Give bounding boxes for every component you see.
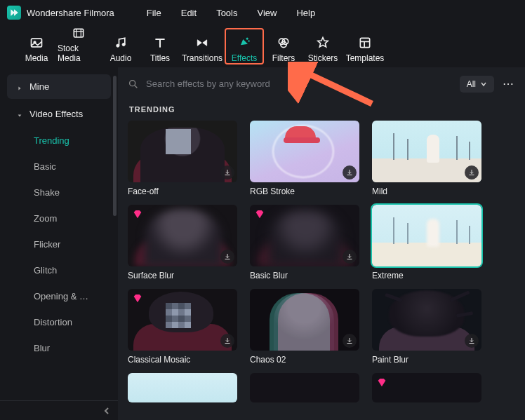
effect-thumbnail[interactable] (250, 121, 359, 182)
tab-effects[interactable]: Effects (225, 28, 264, 65)
chevron-left-icon (102, 407, 111, 415)
svg-rect-2 (74, 29, 83, 37)
sidebar-label: Video Effects (29, 109, 83, 119)
sidebar-section-mine[interactable]: Mine (7, 74, 111, 99)
premium-gem-icon (376, 377, 387, 388)
menu-bar: Wondershare Filmora File Edit Tools View… (0, 0, 525, 25)
svg-point-5 (246, 38, 248, 39)
tab-label: Transitions (182, 53, 222, 63)
sidebar-item-distortion[interactable]: Distortion (0, 309, 118, 335)
more-options-button[interactable]: ⋯ (501, 77, 515, 90)
download-icon[interactable] (465, 165, 479, 179)
sidebar-scrollbar[interactable] (113, 76, 117, 216)
premium-gem-icon (254, 209, 265, 220)
svg-point-3 (117, 44, 119, 47)
effect-thumbnail[interactable] (372, 205, 481, 266)
effect-card-face-off[interactable]: Face-off (128, 121, 237, 196)
media-icon (29, 35, 44, 50)
tab-label: Media (25, 53, 48, 63)
effect-card-chaos-02[interactable]: Chaos 02 (250, 289, 359, 365)
effect-thumbnail[interactable] (372, 289, 481, 351)
sidebar: Mine Video Effects Trending Basic Shake … (0, 67, 118, 420)
tab-stock-media[interactable]: Stock Media (56, 28, 101, 65)
effect-label: RGB Stroke (250, 187, 359, 196)
sidebar-item-shake[interactable]: Shake (0, 179, 118, 205)
effect-thumbnail[interactable] (128, 289, 237, 351)
effect-thumbnail[interactable] (250, 373, 359, 402)
filter-label: All (467, 79, 476, 89)
tab-templates[interactable]: Templates (343, 28, 387, 65)
svg-point-11 (130, 81, 135, 86)
effect-thumbnail[interactable] (128, 121, 237, 182)
search-input[interactable] (146, 79, 453, 89)
effect-label: Mild (372, 187, 481, 196)
menu-help[interactable]: Help (286, 8, 325, 18)
effect-card-paint-blur[interactable]: Paint Blur (372, 289, 481, 365)
menu-edit[interactable]: Edit (171, 8, 206, 18)
effects-icon (237, 35, 252, 50)
filters-icon (276, 35, 291, 50)
tab-titles[interactable]: Titles (140, 28, 180, 65)
sidebar-item-trending[interactable]: Trending (0, 128, 118, 154)
tab-label: Stock Media (58, 43, 100, 63)
download-icon[interactable] (343, 165, 357, 179)
chevron-down-icon (17, 110, 22, 116)
sidebar-item-zoom[interactable]: Zoom (0, 205, 118, 231)
tab-label: Audio (110, 53, 132, 63)
download-icon[interactable] (220, 250, 234, 264)
effect-label: Paint Blur (372, 355, 481, 365)
content-panel: All ⋯ TRENDING Face-off (118, 67, 525, 420)
section-title: TRENDING (118, 101, 525, 121)
stock-media-icon (71, 27, 86, 41)
effect-card-mild[interactable]: Mild (372, 121, 481, 196)
effect-card-partial[interactable] (250, 373, 359, 402)
sidebar-item-basic[interactable]: Basic (0, 154, 118, 179)
sidebar-section-video-effects[interactable]: Video Effects (7, 102, 111, 126)
download-icon[interactable] (220, 165, 234, 179)
download-icon[interactable] (343, 334, 357, 348)
premium-gem-icon (132, 293, 143, 304)
app-title: Wondershare Filmora (27, 8, 114, 18)
tab-stickers[interactable]: Stickers (303, 28, 343, 65)
effect-thumbnail[interactable] (128, 205, 237, 266)
sidebar-collapse-button[interactable] (0, 400, 118, 420)
chevron-right-icon (17, 83, 22, 88)
search-row: All ⋯ (118, 67, 525, 101)
download-icon[interactable] (465, 334, 479, 348)
sidebar-item-opening[interactable]: Opening & … (0, 283, 118, 309)
menu-view[interactable]: View (247, 8, 286, 18)
download-icon[interactable] (220, 334, 234, 348)
audio-icon (113, 35, 128, 50)
tab-label: Stickers (308, 53, 338, 63)
effect-card-basic-blur[interactable]: Basic Blur (250, 205, 359, 280)
sidebar-item-flicker[interactable]: Flicker (0, 231, 118, 257)
effect-card-partial[interactable] (128, 373, 237, 402)
menu-tools[interactable]: Tools (206, 8, 247, 18)
tab-audio[interactable]: Audio (101, 28, 140, 65)
tab-label: Titles (150, 53, 170, 63)
effect-card-rgb-stroke[interactable]: RGB Stroke (250, 121, 359, 196)
effect-card-classical-mosaic[interactable]: Classical Mosaic (128, 289, 237, 365)
effect-thumbnail[interactable] (372, 373, 481, 402)
effect-thumbnail[interactable] (128, 373, 237, 402)
effect-thumbnail[interactable] (372, 121, 481, 182)
effect-label: Basic Blur (250, 271, 359, 280)
app-logo-icon (7, 6, 21, 20)
effect-label: Classical Mosaic (128, 355, 237, 365)
stickers-icon (315, 35, 331, 50)
tab-media[interactable]: Media (17, 28, 56, 65)
menu-file[interactable]: File (137, 8, 171, 18)
tab-filters[interactable]: Filters (264, 28, 303, 65)
tab-transitions[interactable]: Transitions (180, 28, 225, 65)
effect-label: Chaos 02 (250, 355, 359, 365)
sidebar-label: Mine (29, 81, 49, 92)
effect-card-extreme[interactable]: Extreme (372, 205, 481, 280)
effect-thumbnail[interactable] (250, 289, 359, 351)
effect-card-surface-blur[interactable]: Surface Blur (128, 205, 237, 280)
effect-card-partial[interactable] (372, 373, 481, 402)
sidebar-item-glitch[interactable]: Glitch (0, 257, 118, 283)
sidebar-item-blur[interactable]: Blur (0, 335, 118, 361)
effect-thumbnail[interactable] (250, 205, 359, 266)
filter-dropdown[interactable]: All (460, 76, 494, 93)
download-icon[interactable] (343, 250, 357, 264)
